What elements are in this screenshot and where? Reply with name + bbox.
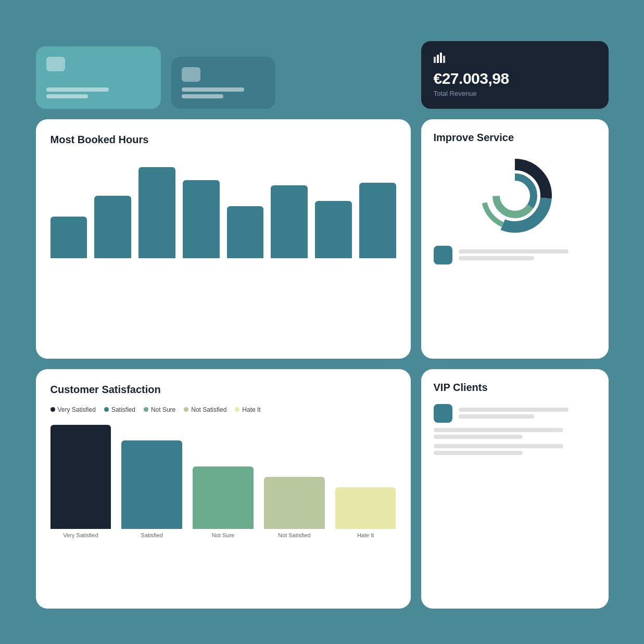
list-line	[434, 451, 523, 455]
improve-service-avatar	[434, 246, 452, 264]
improve-service-list-item	[434, 246, 596, 264]
top-row	[36, 36, 411, 109]
card-chip-2	[182, 67, 200, 82]
vip-lines-2	[434, 428, 596, 439]
legend-dot	[235, 407, 239, 412]
revenue-amount: €27.003,98	[434, 70, 596, 87]
sat-bar	[335, 487, 396, 529]
bar-5	[227, 206, 264, 258]
legend-dot	[184, 407, 188, 412]
vip-lines-1	[459, 408, 596, 419]
list-line	[434, 435, 523, 439]
legend-item-not-satisfied: Not Satisfied	[184, 406, 226, 413]
sat-bar-label: Not Satisfied	[278, 532, 310, 538]
legend-dot	[104, 407, 109, 412]
card-chip-1	[46, 57, 65, 71]
legend-dot	[144, 407, 148, 412]
list-line	[434, 428, 564, 432]
satisfaction-card: Customer Satisfaction Very Satisfied Sat…	[36, 369, 411, 609]
vip-avatar-1	[434, 404, 452, 423]
vip-list-item-1	[434, 404, 596, 423]
sat-bar-label: Not Sure	[212, 532, 234, 538]
sat-bar	[121, 440, 182, 529]
legend-label: Hate It	[242, 406, 260, 413]
card-line	[46, 94, 88, 98]
card-line	[182, 87, 244, 92]
sat-bar	[50, 425, 111, 529]
sat-bar-not-satisfied: Not Satisfied	[264, 477, 325, 538]
bar-8	[359, 183, 396, 258]
legend-label: Satisfied	[111, 406, 135, 413]
card-lines-2	[182, 87, 265, 98]
improve-service-title: Improve Service	[434, 132, 596, 144]
legend-item-very-satisfied: Very Satisfied	[50, 406, 96, 413]
legend-label: Not Sure	[151, 406, 175, 413]
legend-dot	[50, 407, 55, 412]
bar-1	[50, 217, 87, 258]
vip-clients-title: VIP Clients	[434, 382, 596, 394]
booked-hours-card: Most Booked Hours	[36, 119, 411, 359]
donut-chart	[473, 154, 557, 237]
list-line	[459, 408, 569, 412]
satisfaction-title: Customer Satisfaction	[50, 384, 396, 396]
bar-2	[94, 196, 131, 258]
card-lines-1	[46, 87, 150, 98]
legend-label: Very Satisfied	[58, 406, 96, 413]
booked-hours-title: Most Booked Hours	[50, 134, 396, 146]
satisfaction-legend: Very Satisfied Satisfied Not Sure Not Sa…	[50, 406, 396, 413]
sat-bar-hate-it: Hate It	[335, 487, 396, 538]
bar-7	[315, 201, 352, 258]
bar-wrapper	[50, 217, 87, 258]
sat-bar	[264, 477, 325, 529]
bar-4	[183, 180, 220, 258]
bar-wrapper	[94, 196, 131, 258]
credit-card-2[interactable]	[171, 57, 275, 109]
vip-list-item-2	[434, 428, 596, 439]
list-line	[459, 256, 534, 260]
credit-card-1[interactable]	[36, 46, 161, 109]
vip-list-item-3	[434, 444, 596, 455]
sat-bar-not-sure: Not Sure	[193, 466, 254, 538]
svg-rect-1	[437, 55, 439, 63]
bar-6	[271, 185, 308, 258]
right-column: Improve Service	[421, 119, 609, 609]
improve-service-card: Improve Service	[421, 119, 609, 359]
card-line	[182, 94, 223, 98]
bar-wrapper	[359, 183, 396, 258]
card-line	[46, 87, 109, 92]
sat-bar-very-satisfied: Very Satisfied	[50, 425, 111, 538]
legend-item-satisfied: Satisfied	[104, 406, 135, 413]
sat-bar-satisfied: Satisfied	[121, 440, 182, 538]
satisfaction-chart: Very Satisfied Satisfied Not Sure Not Sa…	[50, 424, 396, 538]
svg-rect-2	[440, 53, 442, 63]
list-line	[459, 414, 534, 419]
bar-wrapper	[227, 206, 264, 258]
list-line	[434, 444, 564, 448]
revenue-chart-icon	[434, 53, 596, 66]
main-container: €27.003,98 Total Revenue Most Booked Hou…	[20, 20, 624, 624]
svg-rect-3	[443, 56, 445, 63]
donut-chart-container	[434, 154, 596, 237]
sat-bar-label: Hate It	[357, 532, 374, 538]
svg-rect-0	[434, 57, 436, 63]
legend-label: Not Satisfied	[191, 406, 226, 413]
legend-item-not-sure: Not Sure	[144, 406, 175, 413]
revenue-label: Total Revenue	[434, 90, 596, 97]
bar-wrapper	[183, 180, 220, 258]
booked-hours-chart	[50, 156, 396, 260]
bar-3	[138, 167, 175, 258]
vip-clients-card: VIP Clients	[421, 369, 609, 609]
vip-lines-3	[434, 444, 596, 455]
legend-item-hate-it: Hate It	[235, 406, 260, 413]
list-line	[459, 249, 569, 254]
sat-bar-label: Very Satisfied	[63, 532, 98, 538]
bar-wrapper	[315, 201, 352, 258]
improve-service-lines	[459, 249, 596, 260]
sat-bar	[193, 466, 254, 529]
bar-wrapper	[271, 185, 308, 258]
bar-wrapper	[138, 167, 175, 258]
revenue-card: €27.003,98 Total Revenue	[421, 41, 609, 109]
sat-bar-label: Satisfied	[141, 532, 163, 538]
